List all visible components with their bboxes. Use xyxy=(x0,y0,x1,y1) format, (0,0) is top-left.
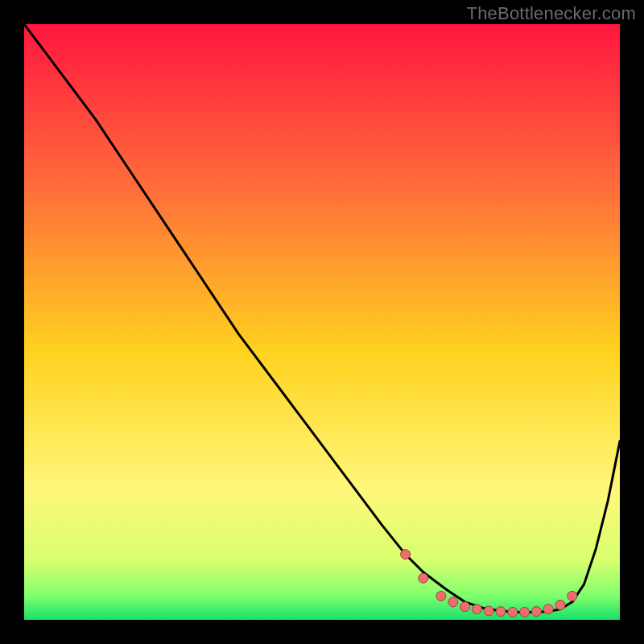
marker-point xyxy=(436,591,446,601)
attribution-text: TheBottlenecker.com xyxy=(467,3,636,24)
marker-point xyxy=(531,607,541,617)
marker-point xyxy=(419,573,428,583)
gradient-background xyxy=(24,24,620,620)
marker-point xyxy=(448,597,458,607)
marker-point xyxy=(568,591,577,601)
marker-point xyxy=(484,606,493,616)
marker-point xyxy=(555,601,565,610)
marker-point xyxy=(496,607,506,617)
marker-point xyxy=(472,605,481,614)
bottleneck-chart xyxy=(24,24,620,620)
chart-frame xyxy=(24,24,620,620)
marker-point xyxy=(508,607,518,617)
marker-point xyxy=(460,602,470,612)
marker-point xyxy=(401,550,411,559)
marker-point xyxy=(520,607,530,617)
marker-point xyxy=(543,605,553,614)
